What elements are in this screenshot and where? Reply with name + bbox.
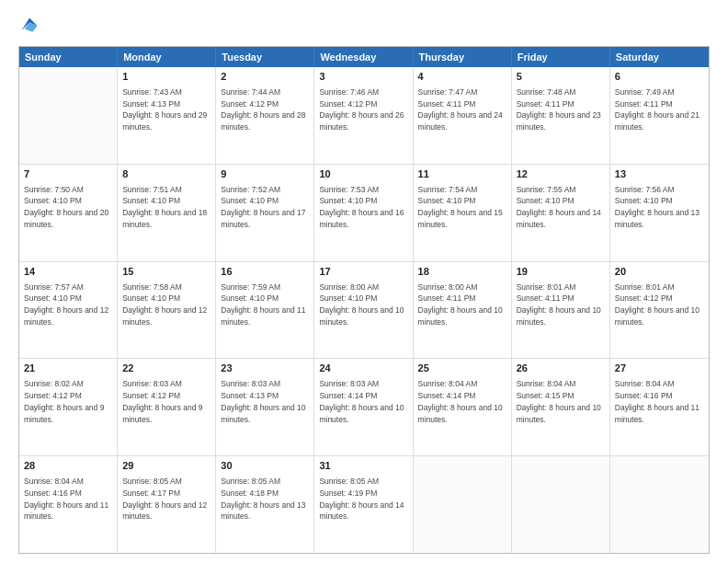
calendar-cell [610,456,709,553]
day-number: 25 [418,362,506,376]
calendar-body: 1Sunrise: 7:43 AMSunset: 4:13 PMDaylight… [19,67,709,553]
day-number: 2 [221,70,309,85]
cell-details: Sunrise: 8:04 AMSunset: 4:16 PMDaylight:… [615,378,704,425]
calendar-row: 21Sunrise: 8:02 AMSunset: 4:12 PMDayligh… [19,359,709,456]
cell-details: Sunrise: 7:52 AMSunset: 4:10 PMDaylight:… [221,184,309,231]
calendar-cell: 27Sunrise: 8:04 AMSunset: 4:16 PMDayligh… [610,359,709,455]
day-number: 30 [221,459,309,474]
calendar-row: 1Sunrise: 7:43 AMSunset: 4:13 PMDaylight… [19,67,709,165]
calendar-cell: 6Sunrise: 7:49 AMSunset: 4:11 PMDaylight… [610,67,709,164]
calendar-row: 28Sunrise: 8:04 AMSunset: 4:16 PMDayligh… [19,456,709,553]
day-number: 9 [221,167,309,182]
day-number: 13 [615,167,704,182]
cell-details: Sunrise: 8:02 AMSunset: 4:12 PMDaylight:… [24,378,112,425]
day-number: 12 [517,167,605,182]
calendar-cell: 12Sunrise: 7:55 AMSunset: 4:10 PMDayligh… [512,165,610,261]
cell-details: Sunrise: 8:03 AMSunset: 4:13 PMDaylight:… [221,378,309,425]
calendar-cell: 15Sunrise: 7:58 AMSunset: 4:10 PMDayligh… [118,262,216,359]
calendar-cell: 5Sunrise: 7:48 AMSunset: 4:11 PMDaylight… [512,67,610,164]
day-number: 29 [122,459,210,474]
cell-details: Sunrise: 7:44 AMSunset: 4:12 PMDaylight:… [221,86,309,133]
calendar-cell: 26Sunrise: 8:04 AMSunset: 4:15 PMDayligh… [512,359,610,455]
day-number: 26 [517,362,605,376]
day-number: 11 [418,167,506,182]
header-day-thursday: Thursday [414,47,512,67]
calendar-cell: 13Sunrise: 7:56 AMSunset: 4:10 PMDayligh… [610,165,709,261]
page: SundayMondayTuesdayWednesdayThursdayFrid… [0,0,728,563]
cell-details: Sunrise: 7:51 AMSunset: 4:10 PMDaylight:… [122,184,210,231]
cell-details: Sunrise: 8:04 AMSunset: 4:15 PMDaylight:… [517,378,605,425]
day-number: 19 [517,265,605,280]
cell-details: Sunrise: 8:05 AMSunset: 4:18 PMDaylight:… [221,476,309,523]
calendar-cell: 30Sunrise: 8:05 AMSunset: 4:18 PMDayligh… [216,456,314,553]
calendar-cell: 17Sunrise: 8:00 AMSunset: 4:10 PMDayligh… [314,262,413,359]
calendar-cell: 25Sunrise: 8:04 AMSunset: 4:14 PMDayligh… [414,359,512,455]
day-number: 18 [418,265,506,280]
cell-details: Sunrise: 7:43 AMSunset: 4:13 PMDaylight:… [122,86,210,133]
day-number: 27 [615,362,704,376]
cell-details: Sunrise: 8:05 AMSunset: 4:17 PMDaylight:… [122,476,210,523]
day-number: 6 [615,70,704,85]
calendar-cell: 23Sunrise: 8:03 AMSunset: 4:13 PMDayligh… [216,359,314,455]
day-number: 14 [24,265,112,280]
calendar-cell: 18Sunrise: 8:00 AMSunset: 4:11 PMDayligh… [414,262,512,359]
cell-details: Sunrise: 7:59 AMSunset: 4:10 PMDaylight:… [221,282,309,328]
calendar-cell: 2Sunrise: 7:44 AMSunset: 4:12 PMDaylight… [216,67,314,164]
calendar-cell: 9Sunrise: 7:52 AMSunset: 4:10 PMDaylight… [216,165,314,261]
calendar-cell: 31Sunrise: 8:05 AMSunset: 4:19 PMDayligh… [314,456,413,553]
cell-details: Sunrise: 7:46 AMSunset: 4:12 PMDaylight:… [319,86,407,133]
calendar-cell: 7Sunrise: 7:50 AMSunset: 4:10 PMDaylight… [19,165,118,261]
day-number: 20 [615,265,704,280]
cell-details: Sunrise: 8:05 AMSunset: 4:19 PMDaylight:… [319,476,407,523]
cell-details: Sunrise: 7:54 AMSunset: 4:10 PMDaylight:… [418,184,506,231]
calendar-cell: 8Sunrise: 7:51 AMSunset: 4:10 PMDaylight… [118,165,216,261]
day-number: 31 [319,459,407,474]
cell-details: Sunrise: 7:58 AMSunset: 4:10 PMDaylight:… [122,282,210,328]
cell-details: Sunrise: 7:57 AMSunset: 4:10 PMDaylight:… [24,282,112,328]
header-day-wednesday: Wednesday [314,47,413,67]
day-number: 24 [319,362,407,376]
cell-details: Sunrise: 7:55 AMSunset: 4:10 PMDaylight:… [517,184,605,231]
day-number: 21 [24,362,112,376]
calendar-cell: 19Sunrise: 8:01 AMSunset: 4:11 PMDayligh… [512,262,610,359]
day-number: 28 [24,459,112,474]
day-number: 1 [122,70,210,85]
calendar-cell [19,67,118,164]
cell-details: Sunrise: 7:53 AMSunset: 4:10 PMDaylight:… [319,184,407,231]
cell-details: Sunrise: 8:01 AMSunset: 4:12 PMDaylight:… [615,282,704,328]
calendar-cell: 10Sunrise: 7:53 AMSunset: 4:10 PMDayligh… [314,165,413,261]
cell-details: Sunrise: 7:48 AMSunset: 4:11 PMDaylight:… [517,86,605,133]
calendar-container: SundayMondayTuesdayWednesdayThursdayFrid… [18,46,710,554]
cell-details: Sunrise: 8:03 AMSunset: 4:14 PMDaylight:… [319,378,407,425]
calendar-row: 7Sunrise: 7:50 AMSunset: 4:10 PMDaylight… [19,165,709,262]
day-number: 5 [517,70,605,85]
calendar-header: SundayMondayTuesdayWednesdayThursdayFrid… [19,47,709,67]
calendar-cell [512,456,610,553]
calendar-row: 14Sunrise: 7:57 AMSunset: 4:10 PMDayligh… [19,262,709,360]
calendar-cell: 22Sunrise: 8:03 AMSunset: 4:12 PMDayligh… [118,359,216,455]
calendar-cell: 1Sunrise: 7:43 AMSunset: 4:13 PMDaylight… [118,67,216,164]
calendar-cell: 16Sunrise: 7:59 AMSunset: 4:10 PMDayligh… [216,262,314,359]
header-day-tuesday: Tuesday [216,47,314,67]
cell-details: Sunrise: 7:47 AMSunset: 4:11 PMDaylight:… [418,86,506,133]
day-number: 17 [319,265,407,280]
day-number: 8 [122,167,210,182]
cell-details: Sunrise: 7:49 AMSunset: 4:11 PMDaylight:… [615,86,704,133]
day-number: 22 [122,362,210,376]
cell-details: Sunrise: 8:03 AMSunset: 4:12 PMDaylight:… [122,378,210,425]
cell-details: Sunrise: 8:04 AMSunset: 4:16 PMDaylight:… [24,476,112,523]
day-number: 16 [221,265,309,280]
calendar-cell: 29Sunrise: 8:05 AMSunset: 4:17 PMDayligh… [118,456,216,553]
calendar-cell: 28Sunrise: 8:04 AMSunset: 4:16 PMDayligh… [19,456,118,553]
header-day-friday: Friday [512,47,610,67]
day-number: 7 [24,167,112,182]
day-number: 23 [221,362,309,376]
header-day-monday: Monday [118,47,216,67]
cell-details: Sunrise: 8:00 AMSunset: 4:11 PMDaylight:… [418,282,506,328]
calendar-cell: 20Sunrise: 8:01 AMSunset: 4:12 PMDayligh… [610,262,709,359]
day-number: 4 [418,70,506,85]
day-number: 10 [319,167,407,182]
cell-details: Sunrise: 8:01 AMSunset: 4:11 PMDaylight:… [517,282,605,328]
calendar-cell: 14Sunrise: 7:57 AMSunset: 4:10 PMDayligh… [19,262,118,359]
calendar-cell: 21Sunrise: 8:02 AMSunset: 4:12 PMDayligh… [19,359,118,455]
